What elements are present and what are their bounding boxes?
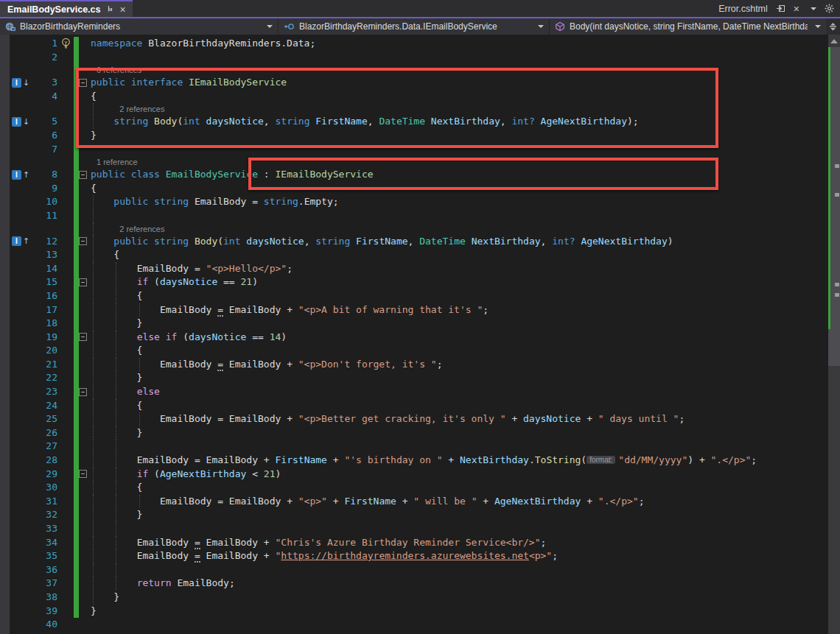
fold-toggle[interactable]: − (79, 171, 87, 179)
code-text[interactable]: { (91, 182, 97, 196)
code-text[interactable]: { (91, 289, 142, 303)
code-text[interactable]: } (91, 317, 142, 331)
tab-emailbodyservice[interactable]: EmailBodyService.cs × (0, 0, 133, 17)
split-window-handle[interactable] (826, 18, 840, 35)
vertical-scrollbar[interactable] (828, 35, 840, 634)
code-line[interactable]: 17 EmailBody = EmailBody + "<p>A bit of … (0, 303, 828, 317)
code-line[interactable]: 20 { (0, 344, 828, 358)
code-text[interactable]: if (daysNotice == 21) (91, 275, 258, 289)
line-number: 27 (28, 440, 57, 454)
code-text[interactable]: EmailBody = EmailBody + "<p>Better get c… (91, 412, 685, 426)
code-text[interactable]: } (91, 605, 97, 619)
code-line[interactable]: 34 EmailBody = EmailBody + "Chris's Azur… (0, 536, 828, 550)
implements-glyph-icon[interactable]: I↑ (12, 170, 29, 180)
implemented-by-glyph-icon[interactable]: I↓ (12, 78, 29, 88)
fold-toggle[interactable]: − (79, 278, 87, 286)
code-line[interactable]: 35 EmailBody = EmailBody + "https://birt… (0, 549, 828, 563)
preview-tab-error-cshtml[interactable]: Error.cshtml (718, 4, 768, 14)
code-line[interactable]: 37 return EmailBody; (0, 577, 828, 591)
code-line[interactable]: I↑12− public string Body(int daysNotice,… (0, 235, 828, 249)
line-number: 26 (28, 426, 57, 440)
type-dropdown[interactable]: BlazorBirthdayReminders.Data.IEmailBodyS… (279, 18, 550, 35)
line-number: 6 (28, 129, 57, 143)
implemented-by-glyph-icon[interactable]: I↓ (12, 117, 29, 127)
fold-toggle[interactable]: − (79, 388, 87, 396)
options-gear-icon[interactable] (825, 4, 834, 13)
code-line[interactable]: 28 EmailBody = EmailBody + FirstName + "… (0, 454, 828, 468)
fold-toggle[interactable]: − (79, 237, 87, 245)
implements-glyph-icon[interactable]: I↑ (12, 236, 29, 246)
code-line[interactable]: 11 (0, 209, 828, 223)
code-text[interactable]: } (91, 371, 142, 385)
close-icon[interactable]: × (794, 4, 799, 13)
code-text[interactable]: else if (daysNotice == 14) (91, 331, 287, 345)
line-number: 13 (28, 248, 57, 262)
codelens-references[interactable]: 1 reference (97, 156, 138, 168)
code-text[interactable]: EmailBody = EmailBody + "<p>Don't forget… (91, 358, 442, 372)
change-tracking-bar (74, 577, 79, 591)
codelens-row[interactable]: 2 references (0, 223, 828, 235)
code-line[interactable]: 32 } (0, 508, 828, 522)
code-text[interactable]: { (91, 248, 119, 262)
code-line[interactable]: 15− if (daysNotice == 21) (0, 275, 828, 289)
fold-toggle[interactable]: − (79, 470, 87, 478)
code-line[interactable]: 30 { (0, 481, 828, 495)
code-line[interactable]: 18 } (0, 317, 828, 331)
code-line[interactable]: 19− else if (daysNotice == 14) (0, 331, 828, 345)
line-number: 15 (28, 275, 57, 289)
code-text[interactable]: EmailBody = "<p>Hello</p>"; (91, 262, 293, 276)
fold-toggle[interactable]: − (79, 333, 87, 341)
code-line[interactable]: 33 (0, 522, 828, 536)
line-number: 7 (28, 143, 57, 157)
scrollbar-up-button[interactable] (828, 35, 840, 47)
code-line[interactable]: 21 EmailBody = EmailBody + "<p>Don't for… (0, 358, 828, 372)
code-line[interactable]: 29− if (AgeNextBirthday < 21) (0, 468, 828, 482)
code-text[interactable]: } (91, 426, 142, 440)
code-line[interactable]: 2 (0, 51, 828, 65)
code-line[interactable]: 26 } (0, 426, 828, 440)
code-line[interactable]: 14 EmailBody = "<p>Hello</p>"; (0, 262, 828, 276)
code-text[interactable]: public string Body(int daysNotice, strin… (91, 235, 673, 249)
code-text[interactable]: EmailBody = EmailBody + "<p>A bit of war… (91, 303, 489, 317)
pin-icon[interactable] (105, 5, 114, 14)
code-line[interactable]: 36 (0, 563, 828, 577)
project-dropdown[interactable]: BlazorBirthdayReminders (0, 18, 279, 35)
code-line[interactable]: 22 } (0, 371, 828, 385)
code-text[interactable]: } (91, 591, 119, 605)
codelens-references[interactable]: 2 references (119, 223, 164, 235)
code-line[interactable]: 23− else (0, 385, 828, 399)
code-line[interactable]: 40 (0, 618, 828, 632)
code-text[interactable]: } (91, 508, 142, 522)
code-line[interactable]: 31 EmailBody = EmailBody + "<p>" + First… (0, 495, 828, 509)
code-text[interactable]: else (91, 385, 160, 399)
code-line[interactable]: 39} (0, 605, 828, 619)
code-text[interactable]: { (91, 481, 142, 495)
tab-list-chevron-icon[interactable] (811, 7, 816, 10)
code-line[interactable]: 27 (0, 440, 828, 454)
code-text[interactable]: { (91, 399, 142, 413)
code-line[interactable]: 38 } (0, 591, 828, 605)
code-text[interactable]: { (91, 344, 142, 358)
keep-open-icon[interactable] (776, 4, 785, 13)
line-number: 35 (28, 549, 57, 563)
member-dropdown[interactable]: Body(int daysNotice, string FirstName, D… (550, 18, 826, 35)
code-text[interactable]: EmailBody = EmailBody + FirstName + "'s … (91, 454, 757, 468)
scrollbar-mark (835, 283, 839, 286)
code-text[interactable]: EmailBody = EmailBody + "Chris's Azure B… (91, 536, 546, 550)
line-number: 9 (28, 182, 57, 196)
code-text[interactable]: if (AgeNextBirthday < 21) (91, 468, 281, 482)
line-number: 3 (28, 76, 57, 90)
code-line[interactable]: 13 { (0, 248, 828, 262)
change-tracking-bar (74, 385, 79, 399)
code-line[interactable]: 1namespace BlazorBirthdayReminders.Data; (0, 37, 828, 51)
code-text[interactable]: return EmailBody; (91, 577, 235, 591)
code-line[interactable]: 16 { (0, 289, 828, 303)
close-icon[interactable]: × (119, 5, 125, 14)
code-line[interactable]: 25 EmailBody = EmailBody + "<p>Better ge… (0, 412, 828, 426)
code-text[interactable]: EmailBody = EmailBody + "<p>" + FirstNam… (91, 495, 644, 509)
code-text[interactable]: public string EmailBody = string.Empty; (91, 195, 339, 209)
code-text[interactable]: namespace BlazorBirthdayReminders.Data; (91, 37, 315, 51)
code-text[interactable]: EmailBody = EmailBody + "https://birthda… (91, 549, 558, 563)
code-line[interactable]: 10 public string EmailBody = string.Empt… (0, 195, 828, 209)
code-line[interactable]: 24 { (0, 399, 828, 413)
